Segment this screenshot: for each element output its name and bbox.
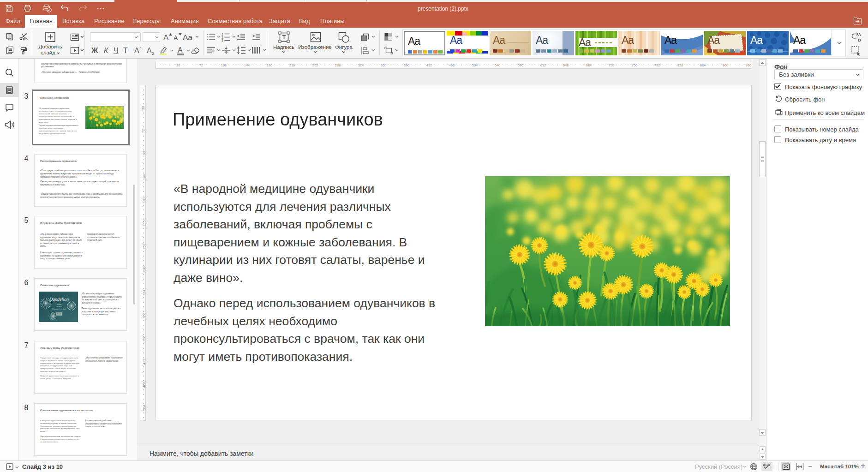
svg-text:3: 3	[221, 39, 223, 42]
svg-text:A: A	[858, 32, 861, 37]
svg-text:Whimsy: Whimsy	[56, 306, 62, 308]
svg-text:Dandelion: Dandelion	[49, 297, 69, 302]
svg-text:Wishes: Wishes	[57, 304, 62, 305]
svg-text:1: 1	[221, 33, 223, 36]
svg-text:B: B	[858, 38, 861, 42]
svg-text:Messages from Spirit: Messages from Spirit	[52, 308, 66, 310]
